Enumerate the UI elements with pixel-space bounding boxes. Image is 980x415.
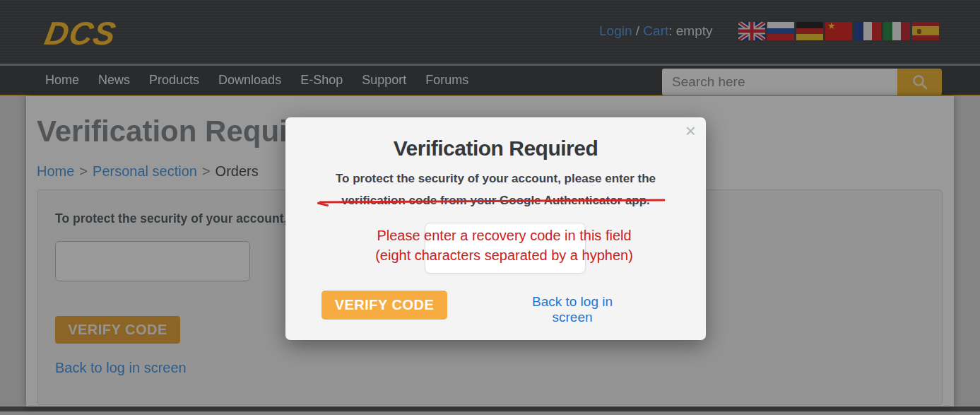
verification-modal: × Verification Required To protect the s… <box>285 117 706 340</box>
modal-back-to-login-link[interactable]: Back to log in screen <box>511 294 634 325</box>
modal-instruction-text: To protect the security of your account,… <box>285 168 706 211</box>
annotation-line1: Please enter a recovery code in this fie… <box>302 226 706 245</box>
recovery-code-annotation: Please enter a recovery code in this fie… <box>285 226 706 265</box>
modal-instruction-line1: To protect the security of your account,… <box>285 168 706 189</box>
modal-title: Verification Required <box>285 136 706 160</box>
close-icon[interactable]: × <box>685 122 696 140</box>
modal-verify-code-button[interactable]: VERIFY CODE <box>321 291 447 320</box>
annotation-line2: (eight characters separated by a hyphen) <box>302 245 706 265</box>
